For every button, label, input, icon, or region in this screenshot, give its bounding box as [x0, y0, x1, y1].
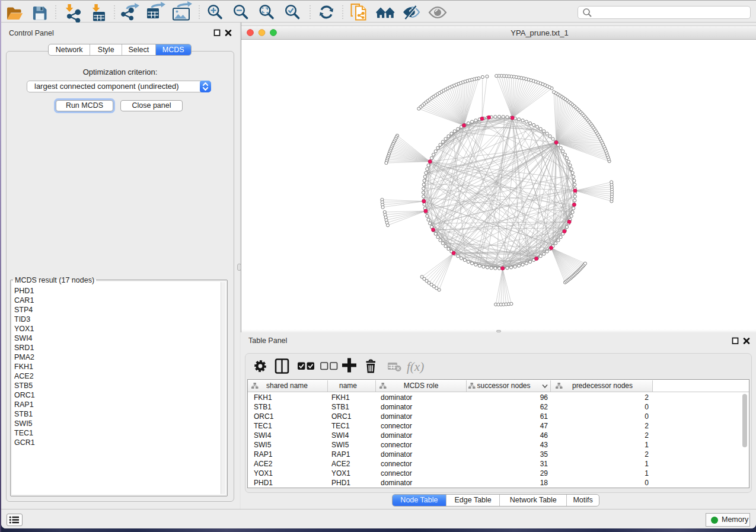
svg-text:f(x): f(x) [407, 360, 424, 374]
